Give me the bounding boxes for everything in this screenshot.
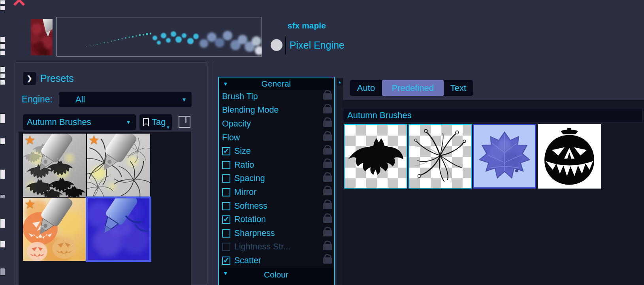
option-checkbox[interactable]: ✓ — [222, 188, 230, 196]
toolbox-button-fragment[interactable] — [0, 268, 5, 276]
preset-thumbnail-sfx-maple[interactable] — [86, 196, 151, 262]
unlocked-lock-icon[interactable] — [323, 189, 332, 195]
option-checkbox[interactable]: ✓ — [222, 202, 230, 210]
chevron-down-icon: ▼ — [181, 96, 187, 103]
tip-group-header[interactable]: Autumn Brushes — [343, 108, 642, 123]
engine-field-label: Engine: — [22, 94, 53, 105]
tag-button-label: Tag — [152, 117, 166, 127]
option-row-opacity[interactable]: ✓ Opacity — [219, 117, 334, 131]
unlocked-lock-icon[interactable] — [323, 107, 332, 113]
tab-label: Auto — [357, 83, 375, 93]
section-label: General — [228, 79, 324, 89]
option-row-brush-tip[interactable]: ✓ Brush Tip — [219, 90, 334, 104]
option-label: Scatter — [234, 256, 261, 266]
tab-auto[interactable]: Auto — [350, 80, 382, 96]
option-checkbox: ✓ — [222, 243, 230, 251]
favorite-star-icon: ★ — [89, 134, 100, 147]
display-settings-button[interactable] — [179, 116, 190, 128]
toolbox-button-fragment[interactable] — [0, 113, 5, 124]
chevron-down-icon: ▼ — [126, 119, 131, 125]
brush-tip-maple-leaf[interactable] — [473, 124, 536, 189]
toolbox-button-fragment[interactable] — [0, 241, 5, 248]
option-label: Brush Tip — [222, 92, 258, 102]
unlocked-lock-icon[interactable] — [323, 217, 332, 223]
preset-thumbnail-twigs[interactable]: ★ — [87, 134, 150, 197]
option-checkbox[interactable]: ✓ — [222, 161, 230, 169]
option-row-mirror[interactable]: ✓ Mirror — [219, 185, 334, 199]
option-label: Sharpness — [234, 228, 275, 238]
option-row-lightness-strength[interactable]: ✓ Lightness Str... — [219, 240, 334, 254]
option-label: Size — [234, 146, 251, 156]
option-row-blending-mode[interactable]: ✓ Blending Mode — [219, 104, 334, 117]
option-checkbox[interactable]: ✓ — [222, 215, 230, 224]
engine-name: Pixel Engine — [290, 40, 345, 51]
toolbox-button-fragment[interactable] — [0, 73, 5, 79]
unlocked-lock-icon[interactable] — [323, 148, 332, 155]
brush-tip-twigs[interactable] — [409, 124, 472, 189]
splitter[interactable] — [212, 62, 212, 285]
section-header-colour[interactable]: ▼ Colour — [219, 268, 334, 285]
unlocked-lock-icon[interactable] — [323, 93, 332, 100]
section-label: Colour — [228, 270, 324, 279]
unlocked-lock-icon[interactable] — [323, 121, 332, 127]
brush-options-panel: ▼ General ✓ Brush Tip ✓ Blending Mode ✓ … — [218, 77, 335, 285]
option-row-scatter[interactable]: ✓ Scatter — [219, 254, 334, 268]
toolbox-button-fragment[interactable] — [0, 6, 5, 11]
presets-expander-button[interactable]: ❯ — [23, 72, 36, 85]
option-row-spacing[interactable]: ✓ Spacing — [219, 172, 334, 186]
close-icon[interactable]: ✕ — [11, 0, 27, 9]
section-header-general[interactable]: ▼ General — [219, 77, 334, 90]
option-row-size[interactable]: ✓ Size — [219, 144, 334, 158]
triangle-down-icon: ▼ — [223, 270, 228, 276]
check-icon: ✓ — [223, 146, 230, 155]
tab-label: Text — [450, 83, 466, 93]
toolbox-button-fragment[interactable] — [0, 43, 5, 49]
unlocked-lock-icon[interactable] — [323, 203, 332, 209]
presets-label: Presets — [40, 73, 74, 84]
preset-thumbnail-bats[interactable]: ★ — [23, 134, 86, 197]
toolbox-button-fragment[interactable] — [0, 194, 5, 199]
option-checkbox[interactable]: ✓ — [222, 174, 230, 183]
option-label: Spacing — [234, 174, 265, 183]
option-row-softness[interactable]: ✓ Softness — [219, 199, 334, 213]
option-row-rotation[interactable]: ✓ Rotation — [219, 213, 334, 226]
toolbox-button-fragment[interactable] — [0, 37, 5, 43]
engine-dropdown[interactable]: All ▼ — [58, 91, 192, 108]
engine-dropdown-value: All — [75, 94, 181, 105]
option-label: Rotation — [234, 215, 266, 225]
unlocked-lock-icon[interactable] — [323, 244, 332, 250]
favorite-star-icon: ★ — [24, 198, 36, 211]
tag-filter-dropdown[interactable]: Autumn Brushes ▼ — [23, 114, 136, 130]
option-row-ratio[interactable]: ✓ Ratio — [219, 158, 334, 172]
option-checkbox[interactable]: ✓ — [222, 257, 230, 265]
tag-button[interactable]: Tag ▼ — [139, 114, 172, 130]
toolbox-button-fragment[interactable] — [0, 66, 5, 72]
unlocked-lock-icon[interactable] — [323, 230, 332, 236]
unlocked-lock-icon[interactable] — [323, 134, 332, 141]
tab-label: Predefined — [392, 83, 434, 93]
unlocked-lock-icon[interactable] — [323, 257, 332, 264]
scratchpad[interactable] — [56, 17, 262, 57]
toolbox-button-fragment[interactable] — [0, 50, 5, 55]
brush-tip-bat[interactable] — [344, 124, 407, 189]
tip-group-label: Autumn Brushes — [347, 110, 412, 121]
toolbox-button-fragment[interactable] — [0, 80, 5, 85]
toolbox-button-fragment[interactable] — [0, 0, 5, 4]
option-checkbox[interactable]: ✓ — [222, 147, 230, 155]
bookmark-icon — [143, 118, 149, 126]
preset-thumbnail-pumpkins[interactable]: ★ — [23, 198, 86, 261]
option-row-flow[interactable]: ✓ Flow — [219, 131, 334, 145]
brush-tip-pumpkin[interactable] — [538, 124, 601, 189]
unlocked-lock-icon[interactable] — [323, 176, 332, 182]
tab-text[interactable]: Text — [444, 80, 473, 96]
scroll-up-button[interactable]: ▲ — [337, 78, 343, 86]
toolbox-button-fragment[interactable] — [0, 219, 5, 228]
triangle-down-icon: ▼ — [223, 81, 228, 87]
toolbox-button-fragment[interactable] — [0, 169, 5, 179]
toolbox-button-fragment[interactable] — [0, 138, 5, 145]
unlocked-lock-icon[interactable] — [323, 162, 332, 168]
tab-predefined[interactable]: Predefined — [382, 80, 444, 96]
option-checkbox[interactable]: ✓ — [222, 229, 230, 238]
option-row-sharpness[interactable]: ✓ Sharpness — [219, 226, 334, 240]
triangle-up-icon: ▲ — [338, 80, 342, 84]
